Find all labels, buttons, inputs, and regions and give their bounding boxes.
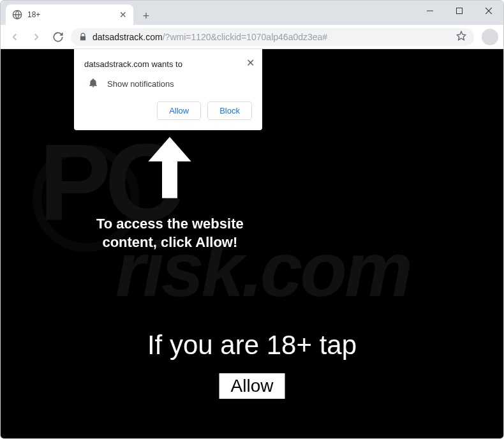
bell-icon — [88, 78, 98, 90]
new-tab-button[interactable]: + — [137, 7, 155, 25]
arrow-text: To access the website content, click All… — [96, 215, 244, 251]
age-prompt-text: If you are 18+ tap — [1, 330, 503, 361]
arrow-up-icon — [131, 131, 208, 207]
notification-permission-popup: ✕ datsadstrack.com wants to Show notific… — [74, 49, 262, 130]
browser-toolbar: datsadstrack.com/?wmi=1120&clickid=1070a… — [1, 25, 503, 49]
popup-allow-button[interactable]: Allow — [157, 101, 201, 120]
popup-title: datsadstrack.com wants to — [84, 59, 252, 69]
page-allow-button[interactable]: Allow — [219, 373, 285, 399]
url-text: datsadstrack.com/?wmi=1120&clickid=1070a… — [93, 32, 451, 42]
back-button[interactable] — [6, 28, 24, 46]
popup-permission-row: Show notifications — [88, 78, 252, 90]
reload-button[interactable] — [49, 28, 67, 46]
browser-tab[interactable]: 18+ ✕ — [6, 4, 133, 25]
profile-avatar[interactable] — [482, 29, 498, 45]
page-content: PC risk.com To access the website conten… — [1, 49, 503, 438]
popup-permission-label: Show notifications — [107, 79, 174, 89]
popup-close-icon[interactable]: ✕ — [246, 57, 255, 69]
svg-rect-2 — [457, 8, 463, 14]
window-controls — [415, 1, 503, 21]
maximize-button[interactable] — [445, 1, 474, 21]
lock-icon — [78, 33, 87, 41]
forward-button[interactable] — [27, 28, 45, 46]
arrow-instruction: To access the website content, click All… — [96, 131, 244, 251]
bookmark-star-icon[interactable] — [456, 31, 466, 43]
window-close-button[interactable] — [474, 1, 503, 21]
tab-close-icon[interactable]: ✕ — [119, 10, 127, 20]
address-bar[interactable]: datsadstrack.com/?wmi=1120&clickid=1070a… — [71, 28, 474, 46]
minimize-button[interactable] — [415, 1, 445, 21]
tab-title: 18+ — [27, 10, 114, 19]
popup-block-button[interactable]: Block — [207, 101, 252, 120]
globe-icon — [12, 10, 22, 20]
